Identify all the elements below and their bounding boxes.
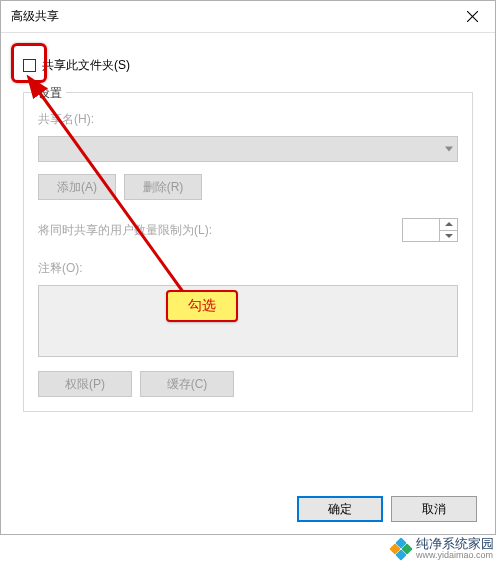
close-icon: [467, 11, 478, 22]
permissions-buttons: 权限(P) 缓存(C): [38, 371, 458, 397]
cache-button: 缓存(C): [140, 371, 234, 397]
spinner-down-button[interactable]: [440, 231, 457, 242]
spinner-up-button[interactable]: [440, 219, 457, 231]
dialog-title: 高级共享: [11, 8, 449, 25]
user-limit-row: 将同时共享的用户数量限制为(L):: [38, 218, 458, 242]
arrow-up-icon: [445, 222, 453, 226]
share-folder-checkbox[interactable]: [23, 59, 36, 72]
arrow-down-icon: [445, 234, 453, 238]
comment-label: 注释(O):: [38, 260, 458, 277]
share-folder-checkbox-row[interactable]: 共享此文件夹(S): [23, 57, 130, 74]
watermark-logo-icon: [392, 540, 410, 558]
ok-button[interactable]: 确定: [297, 496, 383, 522]
close-button[interactable]: [449, 1, 495, 33]
watermark-text: 纯净系统家园 www.yidaimao.com: [416, 537, 494, 561]
settings-groupbox-title: 设置: [34, 85, 66, 102]
user-limit-input[interactable]: [403, 219, 439, 241]
advanced-sharing-dialog: 高级共享 共享此文件夹(S) 设置 共享名(H): 添加(A) 删除(R): [0, 0, 496, 535]
user-limit-label: 将同时共享的用户数量限制为(L):: [38, 222, 402, 239]
permissions-button: 权限(P): [38, 371, 132, 397]
watermark-url: www.yidaimao.com: [416, 551, 494, 561]
cancel-button[interactable]: 取消: [391, 496, 477, 522]
share-folder-label: 共享此文件夹(S): [42, 57, 130, 74]
watermark-brand: 纯净系统家园: [416, 537, 494, 551]
chevron-down-icon: [445, 147, 453, 152]
titlebar: 高级共享: [1, 1, 495, 33]
watermark: 纯净系统家园 www.yidaimao.com: [392, 537, 494, 561]
dialog-footer: 确定 取消: [297, 496, 477, 522]
share-name-buttons: 添加(A) 删除(R): [38, 174, 458, 200]
dialog-content: 共享此文件夹(S) 设置 共享名(H): 添加(A) 删除(R) 将同时共享的用…: [1, 33, 495, 438]
settings-groupbox: 设置 共享名(H): 添加(A) 删除(R) 将同时共享的用户数量限制为(L):: [23, 92, 473, 412]
share-name-label: 共享名(H):: [38, 111, 458, 128]
user-limit-spinner[interactable]: [402, 218, 458, 242]
comment-textarea[interactable]: [38, 285, 458, 357]
add-button: 添加(A): [38, 174, 116, 200]
share-name-combobox[interactable]: [38, 136, 458, 162]
remove-button: 删除(R): [124, 174, 202, 200]
